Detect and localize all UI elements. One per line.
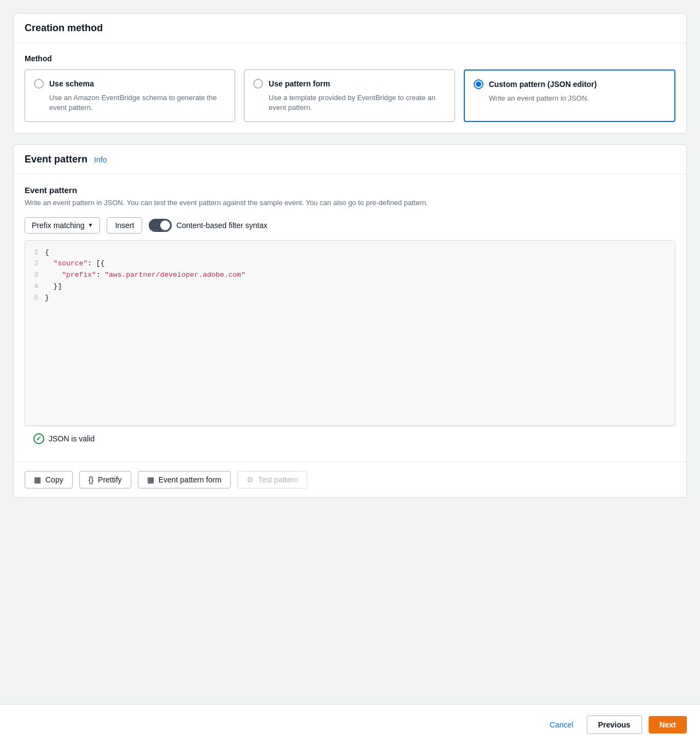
bottom-spacer xyxy=(13,509,687,552)
action-buttons: ▦ Copy {} Prettify ▦ Event pattern form … xyxy=(14,462,686,497)
line-number-2: 2 xyxy=(25,258,45,270)
test-pattern-button[interactable]: ⚙ Test pattern xyxy=(237,471,307,488)
method-option-use-schema-title: Use schema xyxy=(49,79,94,88)
method-option-custom-pattern-desc: Write an event pattern in JSON. xyxy=(489,94,666,103)
json-valid-icon: ✓ xyxy=(33,433,44,444)
prettify-icon: {} xyxy=(89,475,94,484)
event-pattern-header: Event pattern Info xyxy=(14,145,686,174)
method-option-use-pattern-form-title: Use pattern form xyxy=(269,79,330,88)
filter-syntax-toggle[interactable] xyxy=(149,219,172,232)
code-line-1: 1 { xyxy=(25,247,675,259)
pattern-controls: Prefix matching ▼ Insert Content-based f… xyxy=(25,217,675,234)
cancel-link[interactable]: Cancel xyxy=(543,716,580,734)
copy-label: Copy xyxy=(45,475,63,484)
creation-method-title: Creation method xyxy=(25,22,675,34)
method-options: Use schema Use an Amazon EventBridge sch… xyxy=(25,69,675,122)
line-number-3: 3 xyxy=(25,270,45,281)
radio-use-schema[interactable] xyxy=(34,79,44,89)
insert-button[interactable]: Insert xyxy=(107,217,142,234)
line-number-1: 1 xyxy=(25,247,45,259)
test-pattern-icon: ⚙ xyxy=(247,475,254,484)
event-pattern-body: Event pattern Write an event pattern in … xyxy=(14,174,686,461)
subsection-desc: Write an event pattern in JSON. You can … xyxy=(25,198,675,208)
event-pattern-form-label: Event pattern form xyxy=(159,475,221,484)
creation-method-section: Creation method Method Use schema Use an… xyxy=(13,13,687,133)
code-line-3: 3 "prefix": "aws.partner/developer.adobe… xyxy=(25,270,675,281)
test-pattern-label: Test pattern xyxy=(258,475,298,484)
line-content-5: } xyxy=(45,293,666,304)
prefix-matching-chevron-icon: ▼ xyxy=(88,222,93,228)
method-option-use-pattern-form-desc: Use a template provided by EventBridge t… xyxy=(269,93,445,113)
method-option-custom-pattern-header: Custom pattern (JSON editor) xyxy=(474,79,666,89)
copy-icon: ▦ xyxy=(34,475,41,484)
filter-syntax-label: Content-based filter syntax xyxy=(176,221,267,230)
radio-use-pattern-form[interactable] xyxy=(253,79,263,89)
page-footer: Cancel Previous Next xyxy=(0,704,700,745)
creation-method-header: Creation method xyxy=(14,14,686,43)
radio-custom-pattern[interactable] xyxy=(474,79,483,89)
prettify-label: Prettify xyxy=(98,475,122,484)
info-link[interactable]: Info xyxy=(94,155,107,164)
prefix-matching-label: Prefix matching xyxy=(32,221,84,230)
code-line-5: 5 } xyxy=(25,293,675,304)
line-content-2: "source": [{ xyxy=(45,258,666,270)
next-button[interactable]: Next xyxy=(649,716,687,734)
page-container: Creation method Method Use schema Use an… xyxy=(0,0,700,552)
line-content-4: }] xyxy=(45,281,666,293)
method-option-use-schema-desc: Use an Amazon EventBridge schema to gene… xyxy=(49,93,226,113)
code-editor[interactable]: 1 { 2 "source": [{ 3 "prefix": "aws.part… xyxy=(25,240,675,426)
prettify-button[interactable]: {} Prettify xyxy=(79,471,131,488)
creation-method-body: Method Use schema Use an Amazon EventBri… xyxy=(14,43,686,133)
event-pattern-form-icon: ▦ xyxy=(147,475,154,484)
event-pattern-form-button[interactable]: ▦ Event pattern form xyxy=(138,471,231,488)
line-number-5: 5 xyxy=(25,293,45,304)
toggle-container: Content-based filter syntax xyxy=(149,219,267,232)
previous-button[interactable]: Previous xyxy=(587,715,642,734)
line-content-3: "prefix": "aws.partner/developer.adobe.c… xyxy=(45,270,666,281)
method-option-custom-pattern[interactable]: Custom pattern (JSON editor) Write an ev… xyxy=(464,69,675,122)
line-content-1: { xyxy=(45,247,666,259)
method-option-use-schema[interactable]: Use schema Use an Amazon EventBridge sch… xyxy=(25,69,235,122)
json-valid-status: ✓ JSON is valid xyxy=(25,426,675,451)
method-option-use-schema-header: Use schema xyxy=(34,79,226,89)
method-option-use-pattern-form-header: Use pattern form xyxy=(253,79,445,89)
method-label: Method xyxy=(25,54,675,63)
method-option-custom-pattern-title: Custom pattern (JSON editor) xyxy=(489,80,597,89)
event-pattern-section: Event pattern Info Event pattern Write a… xyxy=(13,144,687,497)
code-line-4: 4 }] xyxy=(25,281,675,293)
prefix-matching-button[interactable]: Prefix matching ▼ xyxy=(25,217,100,234)
event-pattern-title: Event pattern xyxy=(25,154,88,165)
json-valid-label: JSON is valid xyxy=(49,434,95,443)
line-number-4: 4 xyxy=(25,281,45,293)
copy-button[interactable]: ▦ Copy xyxy=(25,471,73,488)
subsection-title: Event pattern xyxy=(25,185,675,195)
code-line-2: 2 "source": [{ xyxy=(25,258,675,270)
method-option-use-pattern-form[interactable]: Use pattern form Use a template provided… xyxy=(244,69,454,122)
